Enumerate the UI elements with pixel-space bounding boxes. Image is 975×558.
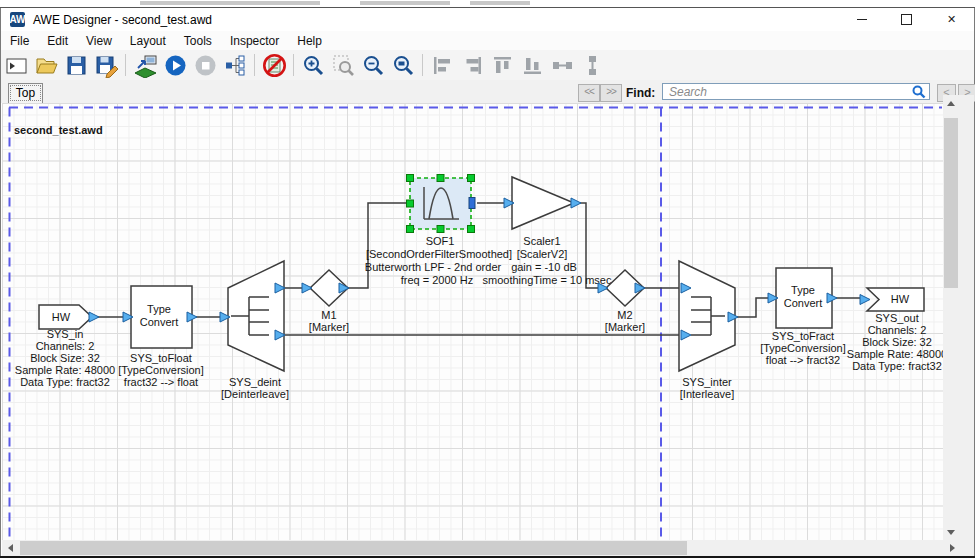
zoom-out-icon <box>361 53 386 78</box>
pin-sys-out-in[interactable] <box>860 295 870 305</box>
label-sys-tofract-name: SYS_toFract <box>772 330 834 342</box>
scroll-up-button[interactable] <box>943 95 959 111</box>
run-button[interactable] <box>161 52 189 78</box>
open-folder-icon <box>34 53 59 78</box>
label-m2-name: M2 <box>617 309 632 321</box>
align-right-button[interactable] <box>458 52 486 78</box>
block-sys-out-shape-label: HW <box>891 293 910 305</box>
label-sys-tofract-type: [TypeConversion] <box>760 342 846 354</box>
label-m1-type: [Marker] <box>309 321 349 333</box>
zoom-out-button[interactable] <box>359 52 387 78</box>
selection-handle[interactable] <box>407 175 414 182</box>
save-as-icon <box>94 53 119 78</box>
space-vertical-icon <box>580 53 605 78</box>
menu-layout[interactable]: Layout <box>121 32 175 50</box>
save-button[interactable] <box>62 52 90 78</box>
connect-target-icon <box>133 53 158 78</box>
align-left-button[interactable] <box>428 52 456 78</box>
block-sys-inter[interactable] <box>679 261 735 371</box>
background-text-smudge <box>470 1 530 5</box>
pin-scaler1-out[interactable] <box>571 198 581 208</box>
label-scaler1-type: [ScalerV2] <box>517 248 568 260</box>
block-sys-tofloat-label1: Type <box>147 303 171 315</box>
horizontal-scroll-thumb[interactable] <box>20 541 687 555</box>
history-back-button[interactable]: << <box>578 84 600 102</box>
pin-m1-in[interactable] <box>302 283 312 293</box>
label-sys-deint-type: [Deinterleave] <box>221 388 289 400</box>
menu-edit[interactable]: Edit <box>38 32 77 50</box>
zoom-in-button[interactable] <box>299 52 327 78</box>
toolbar-separator <box>125 54 126 76</box>
label-sys-deint-name: SYS_deint <box>229 376 281 388</box>
open-button[interactable] <box>32 52 60 78</box>
align-bottom-button[interactable] <box>518 52 546 78</box>
scroll-right-icon <box>950 544 955 552</box>
connect-target-button[interactable] <box>131 52 159 78</box>
save-as-button[interactable] <box>92 52 120 78</box>
wire-m1-sof1[interactable] <box>348 203 407 288</box>
window-title: AWE Designer - second_test.awd <box>33 13 212 27</box>
label-sys-out-blocksize: Block Size: 32 <box>862 336 932 348</box>
block-sys-tofloat-label2: Convert <box>140 316 179 328</box>
inspector-off-button[interactable] <box>260 52 288 78</box>
selection-handle[interactable] <box>468 226 475 233</box>
selection-handle[interactable] <box>437 226 444 233</box>
space-horizontal-button[interactable] <box>548 52 576 78</box>
align-bottom-icon <box>520 53 545 78</box>
wire-inter-tofract[interactable] <box>737 298 769 317</box>
menu-view[interactable]: View <box>77 32 121 50</box>
block-sof1-selected[interactable] <box>410 178 471 229</box>
search-icon[interactable] <box>912 85 926 99</box>
block-scaler1[interactable] <box>512 177 574 229</box>
label-sys-out-name: SYS_out <box>875 312 918 324</box>
stop-button[interactable] <box>191 52 219 78</box>
scroll-right-button[interactable] <box>944 540 960 556</box>
horizontal-scrollbar[interactable] <box>2 540 960 556</box>
menu-file[interactable]: File <box>1 32 38 50</box>
close-button[interactable]: ✕ <box>929 8 974 31</box>
propagate-button[interactable] <box>221 52 249 78</box>
zoom-region-button[interactable] <box>329 52 357 78</box>
label-m2-type: [Marker] <box>605 321 645 333</box>
history-forward-button[interactable]: >> <box>600 84 622 102</box>
maximize-button[interactable] <box>884 8 929 31</box>
selection-handle[interactable] <box>437 175 444 182</box>
tab-top[interactable]: Top <box>8 83 43 103</box>
label-sys-tofloat-type: [TypeConversion] <box>118 364 204 376</box>
app-logo-icon: AW <box>10 12 25 27</box>
selection-handle[interactable] <box>407 226 414 233</box>
search-input[interactable] <box>667 84 909 100</box>
selection-handle[interactable] <box>468 175 475 182</box>
vertical-scroll-thumb[interactable] <box>944 118 958 288</box>
minimize-button[interactable] <box>839 8 884 31</box>
pin-sys-in-out[interactable] <box>89 312 99 322</box>
align-top-button[interactable] <box>488 52 516 78</box>
label-sys-tofract-detail: float --> fract32 <box>766 354 840 366</box>
space-vertical-button[interactable] <box>578 52 606 78</box>
minimize-icon <box>857 19 867 20</box>
background-window-above <box>0 0 975 8</box>
maximize-icon <box>901 14 912 25</box>
label-sof1-detail1: Butterworth LPF - 2nd order <box>365 261 502 273</box>
menu-bar: File Edit View Layout Tools Inspector He… <box>1 31 974 50</box>
label-sof1-type: [SecondOrderFilterSmoothed] <box>366 248 512 260</box>
scroll-down-button[interactable] <box>943 524 959 540</box>
menu-inspector[interactable]: Inspector <box>221 32 288 50</box>
design-canvas[interactable]: second_test.awd HW SYS_in Channels: 2 Bl <box>2 103 944 548</box>
label-sof1-detail2: freq = 2000 Hz <box>401 274 473 286</box>
label-sys-inter-name: SYS_inter <box>682 376 732 388</box>
vertical-scrollbar[interactable] <box>943 95 959 540</box>
scroll-left-button[interactable] <box>2 540 18 556</box>
zoom-region-icon <box>331 53 356 78</box>
background-text-smudge <box>140 1 320 5</box>
selection-handle[interactable] <box>407 200 414 207</box>
menu-help[interactable]: Help <box>288 32 331 50</box>
new-design-button[interactable] <box>2 52 30 78</box>
label-sys-in-datatype: Data Type: fract32 <box>20 376 110 388</box>
right-margin <box>959 95 974 556</box>
label-scaler1-name: Scaler1 <box>523 235 560 247</box>
menu-tools[interactable]: Tools <box>175 32 221 50</box>
zoom-fit-button[interactable] <box>389 52 417 78</box>
pin-sof1-out[interactable] <box>469 198 475 209</box>
search-box <box>662 83 930 100</box>
